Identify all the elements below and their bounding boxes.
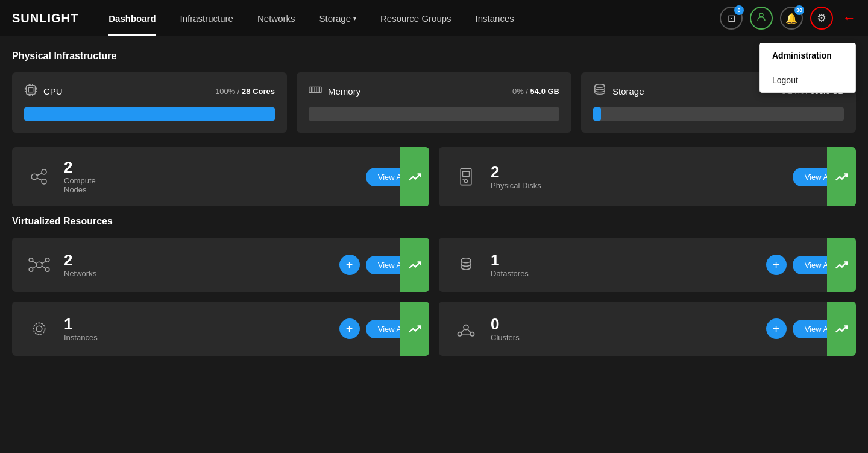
svg-line-38 — [42, 261, 46, 263]
compute-nodes-indicator — [400, 147, 429, 206]
physical-disks-label: Physical Disks — [491, 181, 793, 190]
physical-disks-indicator — [827, 147, 856, 206]
networks-count: 2 — [64, 252, 339, 268]
svg-point-25 — [42, 179, 46, 184]
storage-icon — [593, 83, 606, 99]
networks-card: 2 Networks + View All — [12, 238, 429, 292]
svg-rect-1 — [27, 86, 36, 95]
virtualized-resources-title: Virtualized Resources — [12, 216, 856, 227]
memory-card: Memory 0% / 54.0 GB — [297, 72, 571, 133]
dropdown-item-logout[interactable]: Logout — [760, 68, 855, 92]
dropdown-item-administration[interactable]: Administration — [760, 43, 855, 68]
nav-item-storage[interactable]: Storage ▾ — [307, 0, 368, 36]
compute-nodes-card: 2 Compute Nodes View All — [12, 147, 429, 206]
svg-line-39 — [33, 266, 37, 268]
resource-cards-row: CPU 100% / 28 Cores — [12, 72, 856, 133]
clusters-label: Clusters — [491, 333, 766, 342]
datastores-count: 1 — [491, 252, 766, 268]
bell-icon: 🔔 — [785, 13, 797, 24]
red-arrow-indicator: ← — [843, 10, 856, 26]
svg-rect-29 — [462, 171, 469, 176]
cpu-stat: 100% / 28 Cores — [215, 87, 275, 96]
clusters-card: 0 Clusters + View All — [439, 302, 856, 356]
datastores-indicator — [827, 238, 856, 292]
physical-infrastructure-title: Physical Infrastructure — [12, 51, 856, 62]
storage-dropdown-arrow: ▾ — [353, 15, 356, 22]
physical-disks-icon — [451, 162, 481, 192]
datastores-label: Datastores — [491, 269, 766, 278]
logo: SUNLIGHT — [12, 11, 78, 25]
nav-item-instances[interactable]: Instances — [464, 0, 526, 36]
cpu-card: CPU 100% / 28 Cores — [12, 72, 287, 133]
instances-add-btn[interactable]: + — [339, 318, 360, 339]
nav-items: Dashboard Infrastructure Networks Storag… — [96, 0, 720, 36]
networks-add-btn[interactable]: + — [339, 255, 360, 275]
memory-icon — [309, 83, 322, 99]
physical-stat-row: 2 Compute Nodes View All — [12, 147, 856, 206]
cpu-progress-fill — [24, 107, 275, 121]
svg-point-33 — [29, 258, 33, 262]
svg-point-42 — [33, 323, 45, 334]
gear-icon: ⚙ — [817, 11, 826, 25]
notifications-btn[interactable]: 🔔 30 — [780, 7, 803, 30]
svg-line-37 — [33, 261, 37, 263]
svg-point-32 — [36, 262, 42, 268]
navbar: SUNLIGHT Dashboard Infrastructure Networ… — [0, 0, 868, 36]
networks-icon — [24, 250, 54, 280]
nav-item-networks[interactable]: Networks — [245, 0, 307, 36]
svg-line-48 — [467, 329, 471, 333]
cpu-icon — [24, 83, 37, 99]
svg-point-44 — [464, 325, 468, 330]
networks-indicator — [400, 238, 429, 292]
physical-disks-card: 2 Physical Disks View All — [439, 147, 856, 206]
svg-point-22 — [595, 84, 605, 88]
compute-nodes-count: 2 — [64, 159, 366, 175]
admin-dropdown-menu: Administration Logout — [760, 43, 856, 93]
instances-count: 1 — [64, 316, 339, 332]
main-content: Physical Infrastructure — [0, 36, 868, 380]
storage-progress-fill — [593, 107, 601, 121]
nav-item-infrastructure[interactable]: Infrastructure — [168, 0, 245, 36]
cpu-label: CPU — [43, 86, 63, 97]
virtualized-stat-row-2: 1 Instances + View All — [12, 302, 856, 356]
datastores-card: 1 Datastores + View All — [439, 238, 856, 292]
svg-line-47 — [461, 329, 465, 333]
svg-line-26 — [37, 173, 42, 175]
nav-item-dashboard[interactable]: Dashboard — [96, 0, 168, 36]
datastores-add-btn[interactable]: + — [766, 255, 787, 275]
svg-point-45 — [458, 332, 461, 336]
cpu-progress-bg — [24, 107, 275, 121]
compute-nodes-icon — [24, 162, 54, 192]
monitor-icon: ⊡ — [728, 13, 735, 24]
datastores-icon — [451, 250, 481, 280]
storage-progress-bg — [593, 107, 844, 121]
instances-indicator — [400, 302, 429, 356]
memory-label: Memory — [328, 86, 360, 97]
svg-point-0 — [760, 13, 763, 17]
physical-disks-count: 2 — [491, 164, 793, 180]
user-icon-btn[interactable] — [750, 7, 773, 30]
svg-rect-2 — [28, 87, 33, 92]
svg-point-35 — [29, 268, 33, 271]
svg-point-30 — [465, 180, 468, 183]
svg-point-41 — [461, 258, 471, 263]
user-icon — [756, 11, 767, 25]
monitor-icon-btn[interactable]: ⊡ 0 — [720, 7, 743, 30]
networks-label: Networks — [64, 269, 339, 278]
clusters-count: 0 — [491, 316, 766, 332]
svg-point-36 — [45, 268, 49, 271]
svg-line-40 — [42, 266, 46, 268]
clusters-indicator — [827, 302, 856, 356]
storage-label: Storage — [612, 86, 644, 97]
svg-point-43 — [36, 326, 42, 332]
clusters-icon — [451, 314, 481, 344]
nav-icons: ⊡ 0 🔔 30 ⚙ ← Administration Logout — [720, 7, 856, 30]
memory-progress-bg — [309, 107, 559, 121]
svg-point-46 — [470, 332, 474, 336]
compute-nodes-label: Compute Nodes — [64, 176, 366, 194]
gear-btn[interactable]: ⚙ — [810, 7, 833, 30]
clusters-add-btn[interactable]: + — [766, 318, 787, 339]
nav-item-resource-groups[interactable]: Resource Groups — [368, 0, 464, 36]
svg-point-23 — [31, 174, 37, 180]
notifications-badge: 30 — [794, 5, 804, 15]
